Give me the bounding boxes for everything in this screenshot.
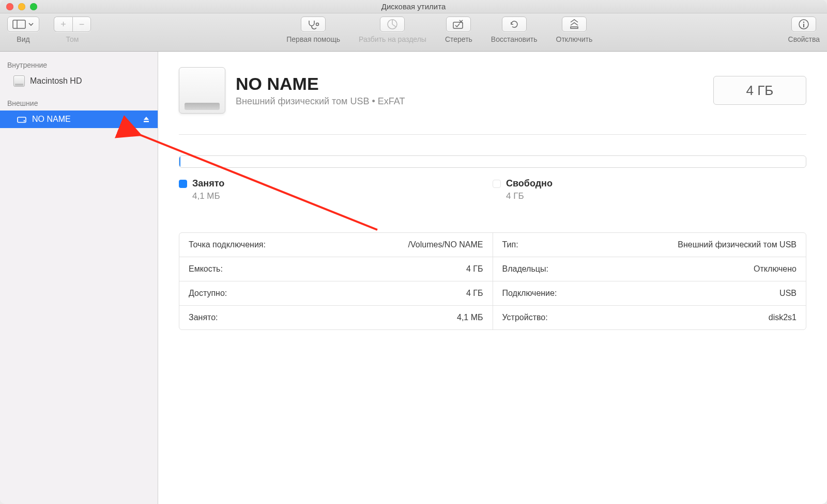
details-table: Точка подключения:/Volumes/NO NAME Емкос… (179, 232, 806, 330)
restore-button[interactable] (502, 17, 527, 32)
table-row: Занято:4,1 МБ (179, 305, 493, 329)
table-row: Подключение:USB (493, 281, 806, 305)
view-group: Вид (7, 17, 39, 43)
zoom-icon[interactable] (30, 3, 37, 10)
chevron-down-icon (28, 21, 34, 27)
volume-subtitle: Внешний физический том USB • ExFAT (236, 96, 405, 107)
partition-button (380, 17, 405, 32)
stethoscope-icon (307, 19, 319, 29)
restore-label: Восстановить (491, 35, 538, 43)
svg-rect-5 (571, 27, 578, 28)
table-row: Точка подключения:/Volumes/NO NAME (179, 233, 493, 257)
info-label: Свойства (788, 35, 820, 43)
main-content: NO NAME Внешний физический том USB • ExF… (158, 52, 827, 504)
erase-button[interactable] (446, 17, 471, 32)
details-right: Тип:Внешний физический том USB Владельцы… (493, 233, 806, 329)
erase-label: Стереть (445, 35, 472, 43)
legend-free-label: Свободно (506, 178, 553, 189)
sidebar-item-no-name[interactable]: NO NAME (0, 111, 158, 128)
table-row: Емкость:4 ГБ (179, 257, 493, 281)
swatch-used-icon (179, 180, 187, 188)
body: Внутренние Macintosh HD Внешние NO NAME (0, 52, 827, 504)
first-aid-label: Первая помощь (286, 35, 340, 43)
sidebar-item-macintosh-hd[interactable]: Macintosh HD (0, 72, 158, 90)
usage-section: Занято 4,1 МБ Свободно 4 ГБ (179, 155, 806, 201)
view-label: Вид (17, 35, 29, 43)
unmount-button[interactable] (562, 17, 587, 32)
close-icon[interactable] (6, 3, 13, 10)
window-title: Дисковая утилита (381, 2, 446, 11)
svg-rect-0 (13, 20, 25, 28)
eject-stacked-icon (569, 19, 579, 30)
table-row: Устройство:disk2s1 (493, 305, 806, 329)
sidebar-item-label: NO NAME (32, 115, 71, 124)
partition-label: Разбить на разделы (359, 35, 426, 43)
window-controls (6, 3, 37, 10)
disk-utility-window: Дисковая утилита Вид + − Том (0, 0, 827, 504)
capacity-badge: 4 ГБ (713, 76, 806, 105)
restore-icon (509, 19, 520, 30)
remove-volume-button[interactable]: − (72, 17, 91, 32)
sidebar-item-label: Macintosh HD (30, 76, 82, 86)
svg-point-10 (24, 120, 25, 121)
sidebar-icon (12, 20, 26, 29)
toolbar: Вид + − Том Первая помощь (0, 13, 827, 52)
hdd-icon (13, 75, 25, 87)
legend-used-value: 4,1 МБ (192, 191, 493, 201)
table-row: Тип:Внешний физический том USB (493, 233, 806, 257)
legend-free: Свободно 4 ГБ (493, 178, 806, 201)
unmount-label: Отключить (556, 35, 593, 43)
volume-group: + − Том (54, 17, 91, 43)
external-drive-icon (17, 114, 27, 124)
erase-icon (452, 19, 465, 29)
info-icon (798, 19, 809, 30)
minimize-icon[interactable] (18, 3, 25, 10)
details-left: Точка подключения:/Volumes/NO NAME Емкос… (179, 233, 493, 329)
sidebar-header-internal: Внутренние (0, 58, 158, 72)
legend-used: Занято 4,1 МБ (179, 178, 493, 201)
pie-icon (387, 19, 398, 30)
swatch-free-icon (493, 180, 501, 188)
info-button[interactable] (791, 17, 816, 32)
table-row: Доступно:4 ГБ (179, 281, 493, 305)
volume-name: NO NAME (236, 74, 405, 94)
legend-free-value: 4 ГБ (506, 191, 806, 201)
sidebar: Внутренние Macintosh HD Внешние NO NAME (0, 52, 158, 504)
svg-rect-8 (803, 24, 804, 27)
svg-point-7 (803, 22, 804, 23)
usage-bar (179, 155, 806, 168)
titlebar: Дисковая утилита (0, 0, 827, 13)
toolbar-center: Первая помощь Разбить на разделы (286, 17, 592, 43)
svg-rect-11 (144, 121, 149, 122)
view-button[interactable] (7, 17, 39, 32)
svg-rect-9 (18, 117, 26, 122)
sidebar-header-external: Внешние (0, 96, 158, 111)
volume-header: NO NAME Внешний физический том USB • ExF… (179, 67, 806, 135)
volume-large-icon (179, 67, 225, 114)
table-row: Владельцы:Отключено (493, 257, 806, 281)
volume-label: Том (66, 35, 79, 43)
add-volume-button[interactable]: + (54, 17, 72, 32)
legend-used-label: Занято (192, 178, 224, 189)
eject-icon[interactable] (142, 115, 150, 123)
first-aid-button[interactable] (301, 17, 326, 32)
svg-point-2 (316, 23, 319, 26)
